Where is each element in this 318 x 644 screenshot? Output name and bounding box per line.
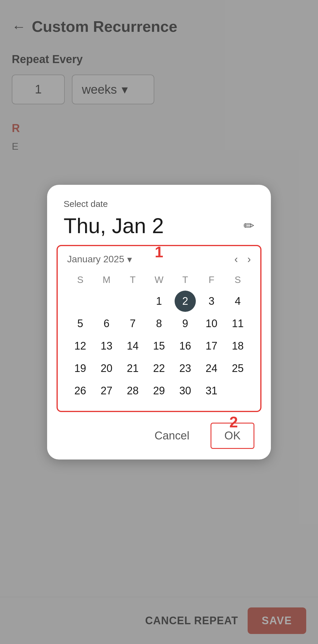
day-cell-4[interactable]: 4 bbox=[227, 291, 248, 312]
month-year-label: January 2025 bbox=[67, 254, 124, 265]
day-header-wed: W bbox=[146, 271, 172, 288]
day-cell-6[interactable]: 6 bbox=[96, 313, 117, 334]
day-cell-27[interactable]: 27 bbox=[96, 380, 117, 401]
day-header-thu: T bbox=[172, 271, 198, 288]
modal-overlay: Select date Thu, Jan 2 ✏ 1 January 2025 … bbox=[0, 0, 318, 644]
date-picker-dialog: Select date Thu, Jan 2 ✏ 1 January 2025 … bbox=[47, 185, 271, 459]
prev-month-button[interactable]: ‹ bbox=[234, 253, 238, 266]
day-cell-29[interactable]: 29 bbox=[148, 380, 170, 401]
day-cell-19[interactable]: 19 bbox=[70, 358, 91, 379]
day-cell-12[interactable]: 12 bbox=[70, 335, 91, 357]
day-cell-empty bbox=[96, 291, 117, 312]
day-cell-empty bbox=[122, 291, 143, 312]
day-cell-empty bbox=[227, 380, 248, 401]
day-cell-31[interactable]: 31 bbox=[201, 380, 222, 401]
day-cell-empty bbox=[70, 291, 91, 312]
calendar-container: 1 January 2025 ▾ ‹ › S M T W T F S bbox=[57, 245, 261, 412]
day-cell-26[interactable]: 26 bbox=[70, 380, 91, 401]
day-headers: S M T W T F S bbox=[67, 271, 251, 288]
annotation-2: 2 bbox=[229, 413, 238, 431]
day-cell-23[interactable]: 23 bbox=[175, 358, 196, 379]
day-cell-7[interactable]: 7 bbox=[122, 313, 143, 334]
day-cell-24[interactable]: 24 bbox=[201, 358, 222, 379]
dialog-header: Select date Thu, Jan 2 ✏ bbox=[47, 185, 271, 245]
day-cell-28[interactable]: 28 bbox=[122, 380, 143, 401]
days-grid: 1 2 3 4 5 6 7 8 9 10 11 12 13 14 15 16 1… bbox=[67, 291, 251, 401]
day-cell-3[interactable]: 3 bbox=[201, 291, 222, 312]
day-cell-1[interactable]: 1 bbox=[148, 291, 170, 312]
day-cell-20[interactable]: 20 bbox=[96, 358, 117, 379]
day-header-fri: F bbox=[198, 271, 225, 288]
day-cell-10[interactable]: 10 bbox=[201, 313, 222, 334]
dialog-footer: 2 Cancel OK bbox=[47, 412, 271, 459]
day-header-mon: M bbox=[93, 271, 120, 288]
day-cell-8[interactable]: 8 bbox=[148, 313, 170, 334]
day-cell-22[interactable]: 22 bbox=[148, 358, 170, 379]
day-cell-17[interactable]: 17 bbox=[201, 335, 222, 357]
day-cell-13[interactable]: 13 bbox=[96, 335, 117, 357]
day-cell-11[interactable]: 11 bbox=[227, 313, 248, 334]
annotation-1: 1 bbox=[155, 243, 163, 261]
selected-date-display: Thu, Jan 2 bbox=[64, 214, 164, 238]
day-cell-21[interactable]: 21 bbox=[122, 358, 143, 379]
edit-date-icon[interactable]: ✏ bbox=[244, 218, 254, 233]
day-cell-5[interactable]: 5 bbox=[70, 313, 91, 334]
month-year-button[interactable]: January 2025 ▾ bbox=[67, 254, 132, 265]
month-dropdown-icon: ▾ bbox=[127, 254, 132, 265]
day-header-sat: S bbox=[225, 271, 251, 288]
day-cell-2[interactable]: 2 bbox=[175, 291, 196, 312]
selected-date-row: Thu, Jan 2 ✏ bbox=[64, 214, 254, 238]
nav-arrows: ‹ › bbox=[234, 253, 251, 266]
day-cell-16[interactable]: 16 bbox=[175, 335, 196, 357]
day-cell-30[interactable]: 30 bbox=[175, 380, 196, 401]
day-cell-25[interactable]: 25 bbox=[227, 358, 248, 379]
day-cell-14[interactable]: 14 bbox=[122, 335, 143, 357]
cancel-date-button[interactable]: Cancel bbox=[148, 425, 196, 447]
day-header-tue: T bbox=[120, 271, 146, 288]
day-cell-18[interactable]: 18 bbox=[227, 335, 248, 357]
day-cell-9[interactable]: 9 bbox=[175, 313, 196, 334]
day-cell-15[interactable]: 15 bbox=[148, 335, 170, 357]
select-date-label: Select date bbox=[64, 199, 254, 209]
day-header-sun: S bbox=[67, 271, 93, 288]
next-month-button[interactable]: › bbox=[247, 253, 251, 266]
